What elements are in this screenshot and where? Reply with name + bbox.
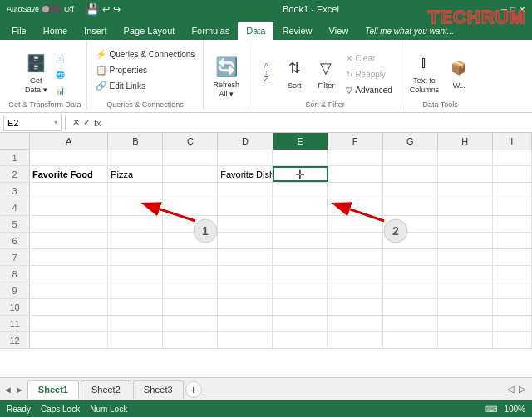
cell-h6[interactable] xyxy=(438,233,493,248)
cell-e3[interactable] xyxy=(273,183,328,199)
tab-insert[interactable]: Insert xyxy=(76,22,116,40)
tab-review[interactable]: Review xyxy=(273,22,320,40)
cell-b6[interactable] xyxy=(108,233,163,248)
cell-g5[interactable] xyxy=(383,216,438,232)
cell-e12[interactable] xyxy=(273,332,328,348)
cell-d9[interactable] xyxy=(218,282,273,298)
tab-data[interactable]: Data xyxy=(238,22,273,40)
formula-input[interactable] xyxy=(108,118,529,128)
insert-function-icon[interactable]: fx xyxy=(94,118,101,128)
cell-i9[interactable] xyxy=(493,282,532,298)
cell-a11[interactable] xyxy=(30,316,108,331)
cell-e5[interactable] xyxy=(273,216,328,232)
from-text-btn[interactable]: 📄 xyxy=(52,52,68,66)
cell-e9[interactable] xyxy=(273,282,328,298)
tab-page-layout[interactable]: Page Layout xyxy=(116,22,184,40)
cell-a9[interactable] xyxy=(30,282,108,298)
cell-h1[interactable] xyxy=(438,150,493,165)
cell-a6[interactable] xyxy=(30,233,108,248)
cell-b4[interactable] xyxy=(108,199,163,215)
clear-button[interactable]: ✕ Clear xyxy=(342,52,395,66)
cell-h12[interactable] xyxy=(438,332,493,348)
cell-h10[interactable] xyxy=(438,299,493,315)
cell-f7[interactable] xyxy=(328,249,382,265)
sheet-tab-sheet3[interactable]: Sheet3 xyxy=(133,380,184,399)
cell-f3[interactable] xyxy=(328,183,382,199)
cell-f11[interactable] xyxy=(328,316,382,331)
cell-f8[interactable] xyxy=(328,266,382,282)
sheet-tab-sheet1[interactable]: Sheet1 xyxy=(27,380,79,399)
cell-d10[interactable] xyxy=(218,299,273,315)
add-sheet-button[interactable]: + xyxy=(185,381,202,398)
cell-e4[interactable] xyxy=(273,199,328,215)
cell-a12[interactable] xyxy=(30,332,108,348)
text-to-columns-button[interactable]: ⫿ Text toColumns xyxy=(406,48,443,98)
cell-i1[interactable] xyxy=(493,150,532,165)
cell-h4[interactable] xyxy=(438,199,493,215)
cell-c2[interactable] xyxy=(163,166,218,182)
cell-c8[interactable] xyxy=(163,266,218,282)
tab-view[interactable]: View xyxy=(321,22,357,40)
cell-g8[interactable] xyxy=(383,266,438,282)
cell-f2[interactable] xyxy=(328,166,383,182)
cell-e2[interactable]: ✛ xyxy=(273,166,328,182)
sort-az-btn[interactable]: A ↕ Z xyxy=(254,48,278,98)
cell-c4[interactable] xyxy=(163,199,218,215)
cell-b8[interactable] xyxy=(108,266,163,282)
cell-d3[interactable] xyxy=(218,183,273,199)
cell-a7[interactable] xyxy=(30,249,108,265)
col-header-h[interactable]: H xyxy=(438,133,493,150)
cell-g7[interactable] xyxy=(383,249,438,265)
redo-icon[interactable]: ↪ xyxy=(113,4,121,15)
col-header-f[interactable]: F xyxy=(328,133,383,150)
advanced-button[interactable]: ▽ Advanced xyxy=(342,83,395,98)
cell-e8[interactable] xyxy=(273,266,328,282)
cell-d2[interactable]: Favorite Dish xyxy=(218,166,273,182)
scroll-right-icon[interactable]: ▷ xyxy=(519,384,525,395)
queries-connections-btn[interactable]: ⚡ Queries & Connections xyxy=(92,47,199,61)
cell-i2[interactable] xyxy=(493,166,532,182)
confirm-formula-icon[interactable]: ✓ xyxy=(83,117,91,128)
sheet-tab-sheet2[interactable]: Sheet2 xyxy=(81,380,131,399)
cell-b12[interactable] xyxy=(108,332,163,348)
cell-g11[interactable] xyxy=(383,316,438,331)
cell-a8[interactable] xyxy=(30,266,108,282)
cell-d6[interactable] xyxy=(218,233,273,248)
cell-h2[interactable] xyxy=(438,166,493,182)
cell-c7[interactable] xyxy=(163,249,218,265)
col-header-a[interactable]: A xyxy=(30,133,108,150)
cell-g12[interactable] xyxy=(383,332,438,348)
cell-g2[interactable] xyxy=(383,166,438,182)
reapply-button[interactable]: ↻ Reapply xyxy=(342,67,395,82)
tab-home[interactable]: Home xyxy=(35,22,76,40)
cell-i3[interactable] xyxy=(493,183,532,199)
cell-h7[interactable] xyxy=(438,249,493,265)
cell-e1[interactable] xyxy=(273,150,328,165)
cell-f9[interactable] xyxy=(328,282,382,298)
cell-f4[interactable] xyxy=(328,199,382,215)
cell-g4[interactable] xyxy=(383,199,438,215)
get-data-button[interactable]: 🗄️ GetData ▾ xyxy=(21,48,51,98)
cell-f6[interactable] xyxy=(328,233,382,248)
col-header-g[interactable]: G xyxy=(383,133,438,150)
col-header-i[interactable]: I xyxy=(493,133,532,150)
cell-d11[interactable] xyxy=(218,316,273,331)
col-header-d[interactable]: D xyxy=(218,133,273,150)
cell-e10[interactable] xyxy=(273,299,328,315)
cell-e7[interactable] xyxy=(273,249,328,265)
scroll-left-icon[interactable]: ◁ xyxy=(507,384,514,395)
cell-b11[interactable] xyxy=(108,316,163,331)
cell-a1[interactable] xyxy=(30,150,108,165)
cell-g9[interactable] xyxy=(383,282,438,298)
sheet-nav-arrows[interactable]: ◄ ► xyxy=(3,385,24,395)
cell-h8[interactable] xyxy=(438,266,493,282)
cell-reference-box[interactable]: E2 ▾ xyxy=(3,115,62,131)
cell-d4[interactable] xyxy=(218,199,273,215)
cell-b5[interactable] xyxy=(108,216,163,232)
refresh-button[interactable]: 🔄 RefreshAll ▾ xyxy=(210,52,244,102)
cell-c10[interactable] xyxy=(163,299,218,315)
cell-b3[interactable] xyxy=(108,183,163,199)
cell-f12[interactable] xyxy=(328,332,382,348)
cell-h3[interactable] xyxy=(438,183,493,199)
cell-h9[interactable] xyxy=(438,282,493,298)
